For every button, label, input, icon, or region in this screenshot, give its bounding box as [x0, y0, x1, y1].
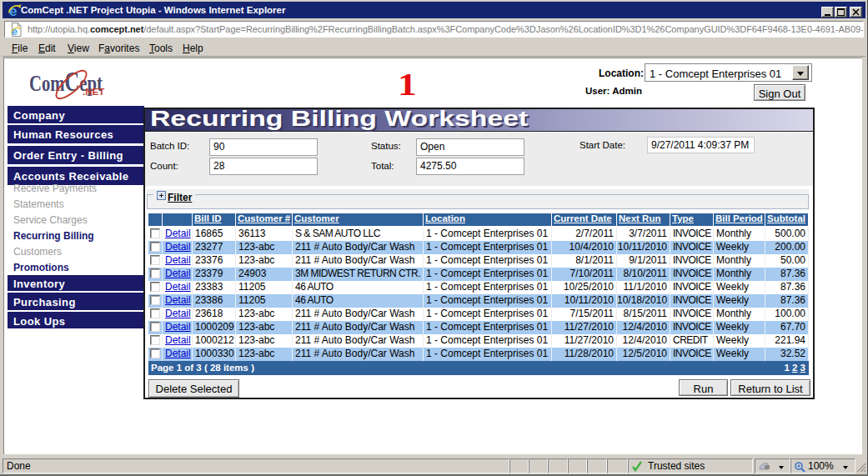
svg-text:.NET: .NET [83, 87, 104, 97]
